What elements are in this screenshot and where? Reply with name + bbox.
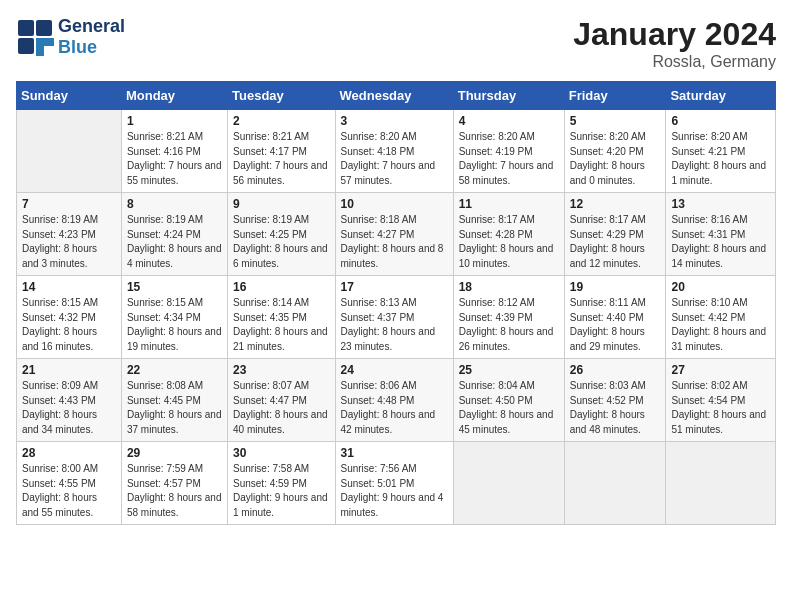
daylight-label: Daylight: 7 hours and 56 minutes. xyxy=(233,160,328,186)
sunset-label: Sunset: 4:52 PM xyxy=(570,395,644,406)
sunrise-label: Sunrise: 8:17 AM xyxy=(570,214,646,225)
day-info: Sunrise: 8:20 AMSunset: 4:21 PMDaylight:… xyxy=(671,130,770,188)
sunset-label: Sunset: 4:32 PM xyxy=(22,312,96,323)
logo-text: General Blue xyxy=(58,16,125,58)
day-info: Sunrise: 7:56 AMSunset: 5:01 PMDaylight:… xyxy=(341,462,448,520)
sunrise-label: Sunrise: 8:02 AM xyxy=(671,380,747,391)
daylight-label: Daylight: 8 hours and 37 minutes. xyxy=(127,409,222,435)
sunset-label: Sunset: 4:45 PM xyxy=(127,395,201,406)
day-cell: 7Sunrise: 8:19 AMSunset: 4:23 PMDaylight… xyxy=(17,193,122,276)
week-row-2: 7Sunrise: 8:19 AMSunset: 4:23 PMDaylight… xyxy=(17,193,776,276)
day-number: 2 xyxy=(233,114,329,128)
daylight-label: Daylight: 9 hours and 1 minute. xyxy=(233,492,328,518)
daylight-label: Daylight: 8 hours and 4 minutes. xyxy=(127,243,222,269)
day-cell xyxy=(564,442,666,525)
sunset-label: Sunset: 4:31 PM xyxy=(671,229,745,240)
daylight-label: Daylight: 8 hours and 1 minute. xyxy=(671,160,766,186)
sunset-label: Sunset: 4:28 PM xyxy=(459,229,533,240)
day-cell: 23Sunrise: 8:07 AMSunset: 4:47 PMDayligh… xyxy=(228,359,335,442)
day-number: 7 xyxy=(22,197,116,211)
svg-rect-2 xyxy=(18,38,34,54)
daylight-label: Daylight: 7 hours and 55 minutes. xyxy=(127,160,222,186)
sunset-label: Sunset: 4:57 PM xyxy=(127,478,201,489)
sunrise-label: Sunrise: 8:18 AM xyxy=(341,214,417,225)
daylight-label: Daylight: 8 hours and 0 minutes. xyxy=(570,160,645,186)
day-cell: 2Sunrise: 8:21 AMSunset: 4:17 PMDaylight… xyxy=(228,110,335,193)
sunset-label: Sunset: 4:55 PM xyxy=(22,478,96,489)
sunset-label: Sunset: 4:42 PM xyxy=(671,312,745,323)
sunrise-label: Sunrise: 8:13 AM xyxy=(341,297,417,308)
day-cell: 14Sunrise: 8:15 AMSunset: 4:32 PMDayligh… xyxy=(17,276,122,359)
daylight-label: Daylight: 8 hours and 6 minutes. xyxy=(233,243,328,269)
sunset-label: Sunset: 4:18 PM xyxy=(341,146,415,157)
calendar-table: SundayMondayTuesdayWednesdayThursdayFrid… xyxy=(16,81,776,525)
sunrise-label: Sunrise: 8:08 AM xyxy=(127,380,203,391)
day-info: Sunrise: 8:20 AMSunset: 4:20 PMDaylight:… xyxy=(570,130,661,188)
day-info: Sunrise: 8:21 AMSunset: 4:17 PMDaylight:… xyxy=(233,130,329,188)
sunrise-label: Sunrise: 8:20 AM xyxy=(341,131,417,142)
day-info: Sunrise: 8:17 AMSunset: 4:28 PMDaylight:… xyxy=(459,213,559,271)
day-info: Sunrise: 8:18 AMSunset: 4:27 PMDaylight:… xyxy=(341,213,448,271)
day-cell: 28Sunrise: 8:00 AMSunset: 4:55 PMDayligh… xyxy=(17,442,122,525)
day-cell: 3Sunrise: 8:20 AMSunset: 4:18 PMDaylight… xyxy=(335,110,453,193)
day-cell: 1Sunrise: 8:21 AMSunset: 4:16 PMDaylight… xyxy=(121,110,227,193)
sunset-label: Sunset: 4:25 PM xyxy=(233,229,307,240)
day-info: Sunrise: 8:04 AMSunset: 4:50 PMDaylight:… xyxy=(459,379,559,437)
page-subtitle: Rossla, Germany xyxy=(573,53,776,71)
calendar-body: 1Sunrise: 8:21 AMSunset: 4:16 PMDaylight… xyxy=(17,110,776,525)
daylight-label: Daylight: 8 hours and 3 minutes. xyxy=(22,243,97,269)
sunset-label: Sunset: 4:29 PM xyxy=(570,229,644,240)
sunset-label: Sunset: 4:50 PM xyxy=(459,395,533,406)
daylight-label: Daylight: 9 hours and 4 minutes. xyxy=(341,492,444,518)
day-info: Sunrise: 8:09 AMSunset: 4:43 PMDaylight:… xyxy=(22,379,116,437)
day-number: 27 xyxy=(671,363,770,377)
day-cell: 31Sunrise: 7:56 AMSunset: 5:01 PMDayligh… xyxy=(335,442,453,525)
day-number: 6 xyxy=(671,114,770,128)
day-number: 21 xyxy=(22,363,116,377)
sunset-label: Sunset: 4:21 PM xyxy=(671,146,745,157)
svg-rect-1 xyxy=(36,20,52,36)
sunset-label: Sunset: 4:23 PM xyxy=(22,229,96,240)
week-row-1: 1Sunrise: 8:21 AMSunset: 4:16 PMDaylight… xyxy=(17,110,776,193)
day-cell: 21Sunrise: 8:09 AMSunset: 4:43 PMDayligh… xyxy=(17,359,122,442)
day-number: 9 xyxy=(233,197,329,211)
day-info: Sunrise: 8:11 AMSunset: 4:40 PMDaylight:… xyxy=(570,296,661,354)
day-number: 19 xyxy=(570,280,661,294)
week-row-5: 28Sunrise: 8:00 AMSunset: 4:55 PMDayligh… xyxy=(17,442,776,525)
daylight-label: Daylight: 8 hours and 12 minutes. xyxy=(570,243,645,269)
sunrise-label: Sunrise: 7:58 AM xyxy=(233,463,309,474)
day-cell xyxy=(453,442,564,525)
day-number: 11 xyxy=(459,197,559,211)
day-cell xyxy=(666,442,776,525)
day-number: 22 xyxy=(127,363,222,377)
sunrise-label: Sunrise: 8:12 AM xyxy=(459,297,535,308)
day-info: Sunrise: 8:10 AMSunset: 4:42 PMDaylight:… xyxy=(671,296,770,354)
day-cell: 27Sunrise: 8:02 AMSunset: 4:54 PMDayligh… xyxy=(666,359,776,442)
day-cell: 22Sunrise: 8:08 AMSunset: 4:45 PMDayligh… xyxy=(121,359,227,442)
day-cell: 16Sunrise: 8:14 AMSunset: 4:35 PMDayligh… xyxy=(228,276,335,359)
day-info: Sunrise: 8:19 AMSunset: 4:24 PMDaylight:… xyxy=(127,213,222,271)
sunrise-label: Sunrise: 8:14 AM xyxy=(233,297,309,308)
sunrise-label: Sunrise: 8:19 AM xyxy=(233,214,309,225)
daylight-label: Daylight: 8 hours and 8 minutes. xyxy=(341,243,444,269)
header-cell-friday: Friday xyxy=(564,82,666,110)
day-number: 13 xyxy=(671,197,770,211)
day-info: Sunrise: 8:02 AMSunset: 4:54 PMDaylight:… xyxy=(671,379,770,437)
day-info: Sunrise: 8:03 AMSunset: 4:52 PMDaylight:… xyxy=(570,379,661,437)
day-info: Sunrise: 8:08 AMSunset: 4:45 PMDaylight:… xyxy=(127,379,222,437)
day-info: Sunrise: 8:00 AMSunset: 4:55 PMDaylight:… xyxy=(22,462,116,520)
day-cell: 19Sunrise: 8:11 AMSunset: 4:40 PMDayligh… xyxy=(564,276,666,359)
daylight-label: Daylight: 8 hours and 42 minutes. xyxy=(341,409,436,435)
daylight-label: Daylight: 8 hours and 29 minutes. xyxy=(570,326,645,352)
day-number: 3 xyxy=(341,114,448,128)
day-number: 25 xyxy=(459,363,559,377)
daylight-label: Daylight: 8 hours and 14 minutes. xyxy=(671,243,766,269)
day-info: Sunrise: 8:12 AMSunset: 4:39 PMDaylight:… xyxy=(459,296,559,354)
svg-marker-3 xyxy=(36,38,54,56)
header-cell-wednesday: Wednesday xyxy=(335,82,453,110)
day-info: Sunrise: 8:07 AMSunset: 4:47 PMDaylight:… xyxy=(233,379,329,437)
sunrise-label: Sunrise: 8:09 AM xyxy=(22,380,98,391)
day-number: 18 xyxy=(459,280,559,294)
day-number: 8 xyxy=(127,197,222,211)
day-info: Sunrise: 8:13 AMSunset: 4:37 PMDaylight:… xyxy=(341,296,448,354)
